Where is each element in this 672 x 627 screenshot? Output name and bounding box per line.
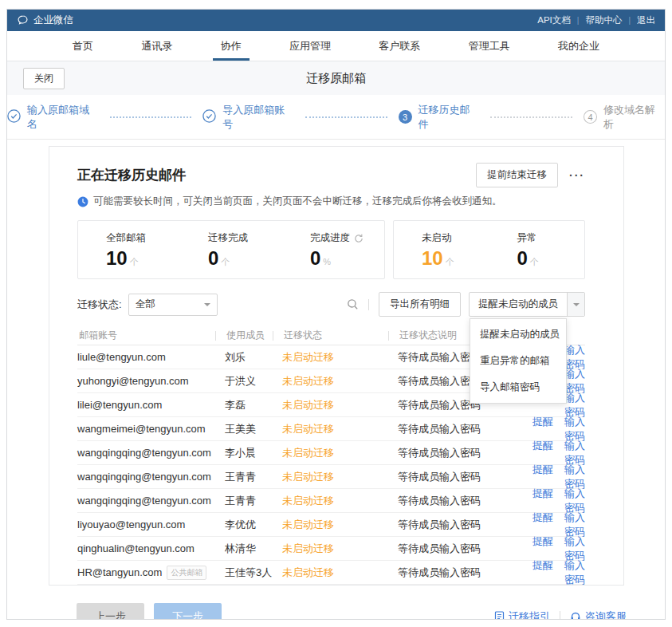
column-header-text: 使用成员: [226, 329, 265, 341]
nav-item-4[interactable]: 客户联系: [371, 31, 428, 61]
menu-item-0[interactable]: 提醒未启动的成员: [470, 321, 566, 348]
status-cell: 未启动迁移: [282, 470, 398, 484]
input-password-link[interactable]: 输入密码: [564, 559, 585, 586]
nav-item-1[interactable]: 通讯录: [133, 31, 180, 61]
step-label: 修改域名解析: [603, 103, 665, 132]
step-separator: [110, 116, 192, 118]
topbar-link-2[interactable]: 退出: [637, 14, 655, 26]
remind-link[interactable]: 提醒: [532, 463, 553, 475]
stat-number: 10: [106, 247, 128, 269]
remind-members-button-label[interactable]: 提醒未启动的成员: [470, 293, 567, 316]
step-label: 输入原邮箱域名: [27, 103, 99, 132]
nav-item-6[interactable]: 我的企业: [550, 31, 607, 61]
stat-0: 未启动10个: [394, 231, 489, 270]
topbar-links: API文档|帮助中心|退出: [537, 14, 655, 26]
stat-value: 0个: [517, 247, 585, 270]
remind-link[interactable]: 提醒: [532, 416, 553, 428]
panel-header-actions: 提前结束迁移 ···: [476, 163, 585, 187]
status-cell: 未启动迁移: [282, 350, 398, 365]
member-cell: 李小晨: [225, 446, 282, 460]
step-1-done: 输入原邮箱域名: [7, 103, 99, 132]
status-cell: 未启动迁移: [282, 566, 398, 580]
email-text: lilei@tengyun.com: [77, 399, 162, 411]
nav-item-2[interactable]: 协作: [213, 31, 250, 61]
stats-issues-box: 未启动10个异常0个: [393, 220, 585, 279]
end-migration-button[interactable]: 提前结束迁移: [476, 163, 558, 187]
contact-support-link[interactable]: 咨询客服: [570, 609, 627, 620]
stat-number: 0: [310, 247, 320, 269]
prev-step-button[interactable]: 上一步: [77, 603, 144, 620]
remind-link[interactable]: 提醒: [532, 559, 553, 571]
header-separator: [273, 331, 273, 341]
step-separator: [305, 116, 387, 118]
email-cell: wangqingqing@tengyun.com: [77, 495, 225, 507]
migration-guide-link[interactable]: 迁移指引: [494, 609, 550, 620]
menu-item-2[interactable]: 导入邮箱密码: [470, 374, 566, 400]
main-nav: 首页通讯录协作应用管理客户联系管理工具我的企业: [7, 31, 665, 61]
step-4-pending: 4修改域名解析: [584, 103, 665, 132]
stats-row: 全部邮箱10个迁移完成0个完成进度0% 未启动10个异常0个: [77, 220, 585, 279]
member-cell: 林清华: [225, 542, 282, 556]
menu-item-1[interactable]: 重启异常的邮箱: [470, 348, 566, 374]
member-cell: 李磊: [225, 398, 282, 412]
step-bar: 输入原邮箱域名导入原邮箱账号3迁移历史邮件4修改域名解析: [7, 95, 665, 140]
app-window: 企业微信 API文档|帮助中心|退出 首页通讯录协作应用管理客户联系管理工具我的…: [6, 9, 666, 620]
wizard-footer: 上一步 下一步 迁移指引 咨询客服: [77, 603, 627, 620]
status-cell: 未启动迁移: [282, 542, 398, 556]
notice-text: 可能需要较长时间，可关闭当前页面，关闭页面不会中断迁移，迁移完成后你将会收到通知…: [93, 195, 502, 208]
refresh-icon[interactable]: [354, 234, 364, 243]
topbar-link-separator: |: [628, 16, 631, 25]
email-cell: wangqingqing@tengyun.com: [77, 447, 225, 459]
topbar-link-1[interactable]: 帮助中心: [585, 14, 622, 26]
toolbar-divider: [368, 299, 369, 310]
next-step-button[interactable]: 下一步: [154, 603, 222, 620]
step-check-icon: [202, 109, 216, 125]
status-filter-select[interactable]: 全部: [128, 294, 218, 316]
step-label: 导入原邮箱账号: [222, 103, 294, 132]
export-details-button[interactable]: 导出所有明细: [379, 292, 461, 317]
remind-members-split-button[interactable]: 提醒未启动的成员: [469, 292, 585, 317]
email-text: wangqingqing@tengyun.com: [77, 471, 211, 483]
close-button[interactable]: 关闭: [23, 68, 65, 89]
migration-guide-label: 迁移指引: [509, 609, 550, 620]
stats-overview-box: 全部邮箱10个迁移完成0个完成进度0%: [77, 220, 385, 279]
page-title: 迁移原邮箱: [7, 71, 665, 86]
member-cell: 刘乐: [225, 350, 282, 365]
remind-link[interactable]: 提醒: [532, 535, 553, 547]
stat-0: 全部邮箱10个: [78, 231, 180, 270]
column-header-0: 邮箱账号: [77, 329, 225, 342]
search-icon[interactable]: [347, 298, 359, 310]
stat-value: 10个: [106, 247, 180, 270]
email-cell: liyouyao@tengyun.com: [77, 519, 225, 530]
header-separator: [215, 331, 216, 341]
remind-link[interactable]: 提醒: [532, 440, 553, 452]
panel-title: 正在迁移历史邮件: [77, 166, 186, 184]
nav-item-3[interactable]: 应用管理: [281, 31, 339, 61]
nav-item-5[interactable]: 管理工具: [461, 31, 518, 61]
subheader: 关闭 迁移原邮箱: [7, 61, 665, 95]
nav-item-0[interactable]: 首页: [65, 31, 101, 61]
public-mailbox-badge: 公共邮箱: [167, 566, 206, 580]
status-desc-cell: 等待成员输入密码: [398, 422, 516, 436]
status-cell: 未启动迁移: [282, 422, 398, 436]
email-text: yuhongyi@tengyun.com: [77, 375, 189, 387]
column-header-text: 邮箱账号: [79, 329, 117, 341]
contact-support-label: 咨询客服: [585, 609, 627, 620]
topbar: 企业微信 API文档|帮助中心|退出: [7, 10, 665, 31]
topbar-link-0[interactable]: API文档: [537, 14, 571, 26]
email-cell: liule@tengyun.com: [77, 351, 225, 363]
migration-notice: 可能需要较长时间，可关闭当前页面，关闭页面不会中断迁移，迁移完成后你将会收到通知…: [77, 195, 585, 208]
stat-label: 完成进度: [310, 231, 384, 245]
chevron-down-icon[interactable]: [567, 293, 584, 316]
email-cell: wangqingqing@tengyun.com: [77, 471, 225, 483]
status-desc-cell: 等待成员输入密码: [398, 566, 516, 580]
email-cell: lilei@tengyun.com: [77, 399, 225, 411]
status-desc-cell: 等待成员输入密码: [398, 494, 516, 508]
remind-link[interactable]: 提醒: [532, 487, 553, 499]
remind-link[interactable]: 提醒: [532, 511, 553, 523]
stat-label: 全部邮箱: [106, 231, 180, 245]
chevron-down-icon: [204, 303, 210, 310]
stat-value: 0个: [208, 247, 282, 270]
more-actions-icon[interactable]: ···: [569, 169, 585, 182]
document-icon: [494, 611, 505, 620]
